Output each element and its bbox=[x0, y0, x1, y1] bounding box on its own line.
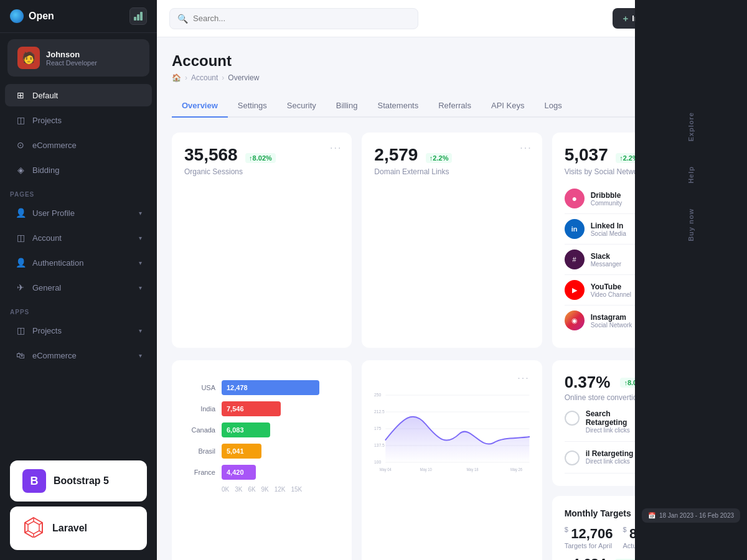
line-chart-menu[interactable]: ··· bbox=[517, 373, 529, 384]
tab-billing[interactable]: Billing bbox=[326, 95, 368, 118]
projects-icon: ◫ bbox=[15, 115, 26, 125]
nav-label-bidding: Bidding bbox=[32, 166, 59, 175]
bootstrap-card[interactable]: B Bootstrap 5 bbox=[10, 460, 147, 502]
svg-text:212.5: 212.5 bbox=[374, 408, 385, 414]
user-card[interactable]: 🧑 Johnson React Developer bbox=[7, 39, 149, 77]
bar-chart-card: USA 12,478 India 7,546 Canada bbox=[172, 360, 352, 560]
breadcrumb-sep-1: › bbox=[185, 73, 187, 82]
nav-label-default: Default bbox=[32, 91, 58, 100]
sidebar-label-general: General bbox=[32, 283, 61, 292]
line-chart-card: ··· 250 212.5 175 137.5 100 bbox=[362, 360, 542, 560]
projects-app-icon: ◫ bbox=[15, 325, 26, 335]
svg-text:May 10: May 10 bbox=[420, 467, 432, 472]
svg-text:137.5: 137.5 bbox=[374, 442, 385, 448]
metric-value-sessions: 35,568 ↑8.02% bbox=[184, 145, 339, 165]
calendar-icon: 📅 bbox=[648, 512, 655, 519]
tab-logs[interactable]: Logs bbox=[534, 95, 571, 118]
nav-default[interactable]: ⊞ Default bbox=[5, 84, 152, 106]
search-icon: 🔍 bbox=[177, 14, 188, 24]
sidebar-label-user-profile: User Profile bbox=[32, 208, 75, 218]
bar-france: 4,420 bbox=[222, 465, 256, 480]
nav-bidding[interactable]: ◈ Bidding bbox=[5, 159, 152, 181]
right-panel: Explore Help Buy now 📅 18 Jan 2023 - 16 … bbox=[635, 0, 747, 560]
svg-text:May 18: May 18 bbox=[467, 467, 479, 472]
sidebar-item-account[interactable]: ◫ Account ▾ bbox=[5, 226, 152, 249]
sidebar-label-account: Account bbox=[32, 233, 62, 243]
card-menu-links[interactable]: ··· bbox=[520, 142, 532, 154]
explore-label[interactable]: Explore bbox=[687, 112, 695, 141]
instagram-logo: ◉ bbox=[565, 310, 585, 330]
ecommerce-icon: ⊙ bbox=[15, 140, 26, 150]
nav-label-projects: Projects bbox=[32, 116, 62, 125]
account-icon: ◫ bbox=[15, 233, 26, 243]
laravel-card[interactable]: Laravel bbox=[10, 506, 147, 550]
sidebar-item-projects-app[interactable]: ◫ Projects ▾ bbox=[5, 319, 152, 342]
metric-badge-sessions: ↑8.02% bbox=[245, 153, 276, 163]
chevron-down-icon-2: ▾ bbox=[139, 235, 142, 241]
user-profile-icon: 👤 bbox=[15, 208, 26, 218]
sidebar-header: Open bbox=[0, 0, 157, 33]
user-name: Johnson bbox=[46, 50, 139, 59]
card-menu-sessions[interactable]: ··· bbox=[330, 142, 342, 154]
chevron-down-icon: ▾ bbox=[139, 210, 142, 217]
bootstrap-logo: B bbox=[22, 469, 46, 493]
sidebar-item-authentication[interactable]: 👤 Authentication ▾ bbox=[5, 251, 152, 274]
bar-axis: 0K3K6K9K12K15K bbox=[184, 486, 339, 493]
tab-referrals[interactable]: Referrals bbox=[428, 95, 481, 118]
metric-label-links: Domain External Links bbox=[374, 167, 529, 176]
svg-text:175: 175 bbox=[374, 425, 381, 431]
metric-badge-links: ↑2.2% bbox=[426, 153, 453, 163]
svg-text:May 04: May 04 bbox=[380, 467, 392, 472]
sidebar: Open 🧑 Johnson React Developer ⊞ Default… bbox=[0, 0, 157, 560]
help-label[interactable]: Help bbox=[687, 166, 695, 184]
bar-row-france: France 4,420 bbox=[184, 465, 339, 480]
tab-security[interactable]: Security bbox=[277, 95, 326, 118]
date-badge: 📅 18 Jan 2023 - 16 Feb 2023 bbox=[642, 508, 740, 523]
breadcrumb-home-icon[interactable]: 🏠 bbox=[172, 73, 181, 82]
user-role: React Developer bbox=[46, 59, 139, 67]
retargeting-circle-1 bbox=[565, 411, 580, 426]
svg-text:May 26: May 26 bbox=[510, 467, 522, 472]
breadcrumb-overview: Overview bbox=[228, 73, 259, 82]
avatar: 🧑 bbox=[17, 47, 40, 69]
sidebar-item-general[interactable]: ✈ General ▾ bbox=[5, 276, 152, 299]
ecommerce-app-icon: 🛍 bbox=[15, 350, 26, 360]
pages-section-label: PAGES bbox=[0, 182, 157, 200]
bar-chart: USA 12,478 India 7,546 Canada bbox=[184, 380, 339, 493]
target-item-1: $ 12,706 Targets for April bbox=[565, 526, 613, 549]
tab-settings[interactable]: Settings bbox=[228, 95, 277, 118]
retargeting-circle-2 bbox=[565, 450, 580, 465]
nav-label-ecommerce: eCommerce bbox=[32, 141, 77, 150]
search-box[interactable]: 🔍 bbox=[169, 8, 418, 29]
default-icon: ⊞ bbox=[15, 90, 26, 100]
breadcrumb-account[interactable]: Account bbox=[191, 73, 218, 82]
buy-now-label[interactable]: Buy now bbox=[687, 208, 695, 241]
bar-row-canada: Canada 6,083 bbox=[184, 422, 339, 437]
youtube-logo: ▶ bbox=[565, 280, 585, 300]
dribbble-logo: ● bbox=[565, 189, 585, 208]
breadcrumb-sep-2: › bbox=[222, 73, 224, 82]
bar-row-usa: USA 12,478 bbox=[184, 380, 339, 395]
sidebar-logo[interactable]: Open bbox=[10, 9, 54, 23]
metric-value-links: 2,579 ↑2.2% bbox=[374, 145, 529, 165]
sidebar-item-user-profile[interactable]: 👤 User Profile ▾ bbox=[5, 202, 152, 224]
tab-statements[interactable]: Statements bbox=[367, 95, 428, 118]
bar-row-brasil: Brasil 5,041 bbox=[184, 444, 339, 459]
nav-projects[interactable]: ◫ Projects bbox=[5, 109, 152, 131]
svg-text:100: 100 bbox=[374, 459, 381, 465]
sidebar-chart-icon[interactable] bbox=[129, 7, 147, 25]
metric-card-sessions: 35,568 ↑8.02% Organic Sessions ··· bbox=[172, 133, 352, 348]
authentication-icon: 👤 bbox=[15, 258, 26, 268]
tab-api-keys[interactable]: API Keys bbox=[481, 95, 534, 118]
search-input[interactable] bbox=[193, 14, 410, 23]
chevron-down-icon-6: ▾ bbox=[139, 352, 142, 359]
nav-ecommerce[interactable]: ⊙ eCommerce bbox=[5, 134, 152, 156]
linkedin-logo: in bbox=[565, 219, 585, 239]
sidebar-item-ecommerce-app[interactable]: 🛍 eCommerce ▾ bbox=[5, 344, 152, 366]
sidebar-label-authentication: Authentication bbox=[32, 258, 83, 268]
metric-card-links: 2,579 ↑2.2% Domain External Links ··· bbox=[362, 133, 542, 348]
tab-overview[interactable]: Overview bbox=[172, 95, 228, 118]
laravel-logo-icon bbox=[22, 515, 45, 541]
slack-logo: # bbox=[565, 250, 585, 269]
chevron-down-icon-5: ▾ bbox=[139, 327, 142, 334]
